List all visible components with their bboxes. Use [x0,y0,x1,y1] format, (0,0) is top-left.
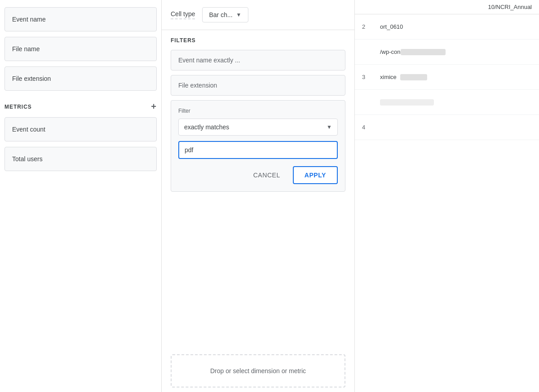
table-row: 2 ort_0610 [355,14,539,40]
right-content: 10/NCRI_Annual 2 ort_0610 /wp-con 3 ximi… [355,0,539,392]
cell-type-dropdown[interactable]: Bar ch... ▼ [202,7,248,22]
filters-section: FILTERS Event name exactly ... File exte… [162,30,354,350]
table-top-text: 10/NCRI_Annual [355,0,539,14]
left-item-total-users[interactable]: Total users [4,147,157,171]
filter-match-value: exactly matches [184,123,323,131]
middle-panel: Cell type Bar ch... ▼ FILTERS Event name… [162,0,355,392]
table-row: 4 [355,115,539,140]
row-number: 3 [362,74,380,80]
filter-chip-event-name[interactable]: Event name exactly ... [171,50,345,70]
apply-button[interactable]: APPLY [293,166,338,184]
cell-type-value: Bar ch... [209,11,232,18]
left-item-event-name[interactable]: Event name [4,7,157,31]
row-number: 4 [362,124,380,131]
table-row [355,90,539,115]
left-panel: Event name File name File extension METR… [0,0,162,392]
right-panel: 10/NCRI_Annual 2 ort_0610 /wp-con 3 ximi… [355,0,539,392]
table-row: /wp-con [355,40,539,65]
left-item-file-extension[interactable]: File extension [4,66,157,91]
filter-match-dropdown[interactable]: exactly matches ▼ [178,119,338,136]
filter-box-label: Filter [178,108,338,114]
filters-title: FILTERS [171,37,345,44]
cell-type-label: Cell type [171,10,195,19]
row-text: ximice [380,74,397,80]
blurred-value [380,99,434,106]
metrics-section-header: METRICS + [0,93,161,115]
row-text: /wp-con [380,48,401,55]
filter-box: Filter exactly matches ▼ CANCEL APPLY [171,100,345,192]
filter-actions: CANCEL APPLY [178,166,338,184]
filter-match-arrow-icon: ▼ [327,124,332,130]
blurred-value [400,74,427,80]
table-area: 10/NCRI_Annual 2 ort_0610 /wp-con 3 ximi… [355,0,539,392]
left-item-event-count[interactable]: Event count [4,117,157,141]
blurred-value [401,49,446,55]
drop-zone[interactable]: Drop or select dimension or metric [171,354,345,388]
cell-type-row: Cell type Bar ch... ▼ [162,0,354,30]
add-metric-icon[interactable]: + [151,101,157,112]
left-item-file-name[interactable]: File name [4,37,157,61]
chevron-down-icon: ▼ [236,12,242,18]
metrics-label: METRICS [4,104,32,110]
table-rows: 2 ort_0610 /wp-con 3 ximice [355,14,539,392]
row-text: ort_0610 [380,23,403,30]
filter-chip-file-extension[interactable]: File extension [171,75,345,96]
row-number: 2 [362,23,380,30]
cancel-button[interactable]: CANCEL [244,167,289,183]
filter-value-input[interactable] [178,141,338,159]
table-row: 3 ximice [355,65,539,90]
